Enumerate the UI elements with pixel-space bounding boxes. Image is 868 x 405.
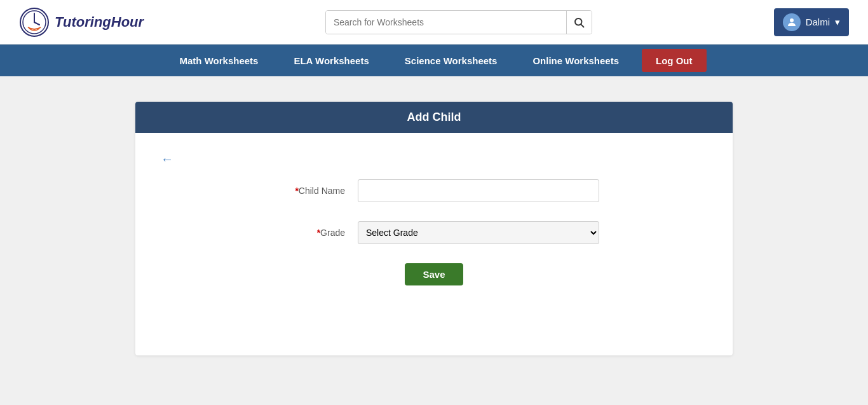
search-button[interactable] [566,11,592,34]
svg-point-6 [790,18,794,22]
nav-bar: Math Worksheets ELA Worksheets Science W… [0,45,868,76]
logo-icon [19,7,50,38]
form-title: Add Child [135,102,733,133]
search-input[interactable] [326,11,566,34]
dropdown-arrow: ▾ [835,17,840,28]
child-name-input[interactable] [358,179,599,202]
nav-science-worksheets[interactable]: Science Worksheets [387,45,515,76]
grade-row: *Grade Select GradeKindergartenGrade 1Gr… [161,221,707,244]
user-menu[interactable]: Dalmi ▾ [774,8,849,36]
logo-text: TutoringHour [55,14,144,31]
save-row: Save [161,263,707,285]
user-name: Dalmi [806,17,830,27]
svg-line-5 [581,24,584,27]
header: TutoringHour Dalmi ▾ [0,0,868,45]
main-content: Add Child ← *Child Name *Grade Select Gr… [0,76,868,381]
child-name-label: *Child Name [269,186,345,196]
nav-ela-worksheets[interactable]: ELA Worksheets [276,45,386,76]
logout-button[interactable]: Log Out [642,49,706,72]
user-icon [786,17,797,28]
search-icon [573,17,585,28]
avatar [783,13,801,31]
back-button[interactable]: ← [161,152,173,167]
nav-math-worksheets[interactable]: Math Worksheets [161,45,276,76]
nav-online-worksheets[interactable]: Online Worksheets [515,45,637,76]
grade-select[interactable]: Select GradeKindergartenGrade 1Grade 2Gr… [358,221,599,244]
form-body: ← *Child Name *Grade Select GradeKinderg… [135,133,733,355]
add-child-form: Add Child ← *Child Name *Grade Select Gr… [135,102,733,355]
child-name-row: *Child Name [161,179,707,202]
search-area [325,10,592,34]
logo-area: TutoringHour [19,7,144,38]
grade-label: *Grade [269,228,345,238]
save-button[interactable]: Save [405,263,463,285]
